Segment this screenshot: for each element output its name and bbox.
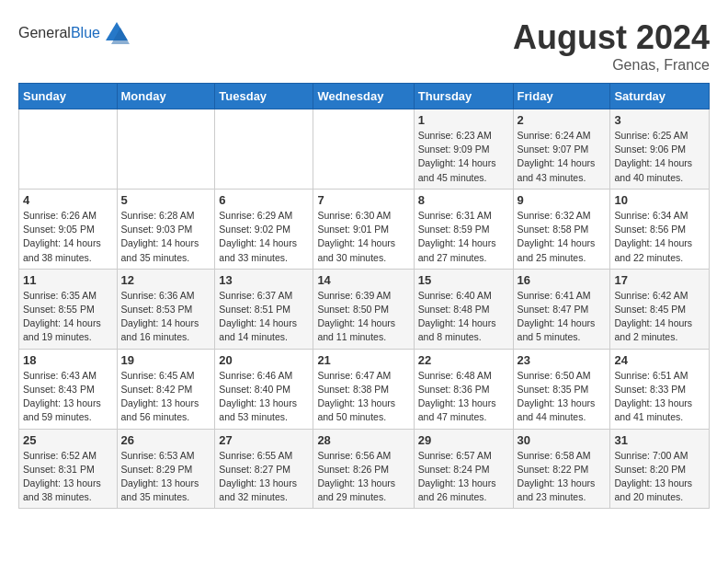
day-number: 1 bbox=[418, 113, 509, 127]
weekday-header-tuesday: Tuesday bbox=[215, 84, 313, 109]
day-number: 4 bbox=[23, 193, 113, 207]
day-number: 26 bbox=[121, 433, 211, 447]
day-info: Sunrise: 6:29 AM Sunset: 9:02 PM Dayligh… bbox=[219, 209, 309, 265]
day-info: Sunrise: 6:43 AM Sunset: 8:43 PM Dayligh… bbox=[23, 369, 113, 425]
day-info: Sunrise: 6:50 AM Sunset: 8:35 PM Dayligh… bbox=[518, 369, 607, 425]
day-number: 27 bbox=[219, 433, 309, 447]
calendar-cell: 2Sunrise: 6:24 AM Sunset: 9:07 PM Daylig… bbox=[513, 109, 610, 190]
day-info: Sunrise: 6:42 AM Sunset: 8:45 PM Dayligh… bbox=[614, 289, 705, 345]
day-info: Sunrise: 6:25 AM Sunset: 9:06 PM Dayligh… bbox=[614, 129, 705, 185]
day-info: Sunrise: 6:40 AM Sunset: 8:48 PM Dayligh… bbox=[418, 289, 509, 345]
day-number: 30 bbox=[518, 433, 607, 447]
location: Genas, France bbox=[513, 57, 710, 74]
calendar-table: SundayMondayTuesdayWednesdayThursdayFrid… bbox=[18, 83, 710, 509]
calendar-cell: 16Sunrise: 6:41 AM Sunset: 8:47 PM Dayli… bbox=[513, 269, 610, 349]
logo-icon bbox=[102, 18, 131, 48]
day-number: 3 bbox=[614, 113, 705, 127]
day-number: 17 bbox=[614, 273, 705, 287]
weekday-header-wednesday: Wednesday bbox=[313, 84, 414, 109]
calendar-cell: 8Sunrise: 6:31 AM Sunset: 8:59 PM Daylig… bbox=[414, 189, 513, 269]
day-info: Sunrise: 6:45 AM Sunset: 8:42 PM Dayligh… bbox=[121, 369, 211, 425]
day-number: 9 bbox=[518, 193, 607, 207]
calendar-cell: 20Sunrise: 6:46 AM Sunset: 8:40 PM Dayli… bbox=[215, 349, 313, 429]
logo: GeneralBlue bbox=[18, 18, 131, 48]
day-info: Sunrise: 6:36 AM Sunset: 8:53 PM Dayligh… bbox=[121, 289, 211, 345]
calendar-cell: 6Sunrise: 6:29 AM Sunset: 9:02 PM Daylig… bbox=[215, 189, 313, 269]
weekday-header-thursday: Thursday bbox=[414, 84, 513, 109]
calendar-cell: 10Sunrise: 6:34 AM Sunset: 8:56 PM Dayli… bbox=[610, 189, 710, 269]
day-info: Sunrise: 6:26 AM Sunset: 9:05 PM Dayligh… bbox=[23, 209, 113, 265]
day-info: Sunrise: 6:55 AM Sunset: 8:27 PM Dayligh… bbox=[219, 449, 309, 505]
weekday-header-row: SundayMondayTuesdayWednesdayThursdayFrid… bbox=[19, 84, 710, 109]
calendar-cell: 21Sunrise: 6:47 AM Sunset: 8:38 PM Dayli… bbox=[313, 349, 414, 429]
day-number: 28 bbox=[317, 433, 409, 447]
day-number: 10 bbox=[614, 193, 705, 207]
day-info: Sunrise: 6:37 AM Sunset: 8:51 PM Dayligh… bbox=[219, 289, 309, 345]
calendar-cell: 1Sunrise: 6:23 AM Sunset: 9:09 PM Daylig… bbox=[414, 109, 513, 190]
day-number: 2 bbox=[518, 113, 607, 127]
day-number: 20 bbox=[219, 353, 309, 367]
calendar-cell: 3Sunrise: 6:25 AM Sunset: 9:06 PM Daylig… bbox=[610, 109, 710, 190]
day-info: Sunrise: 6:53 AM Sunset: 8:29 PM Dayligh… bbox=[121, 449, 211, 505]
day-info: Sunrise: 6:58 AM Sunset: 8:22 PM Dayligh… bbox=[518, 449, 607, 505]
day-info: Sunrise: 6:48 AM Sunset: 8:36 PM Dayligh… bbox=[418, 369, 509, 425]
week-row-4: 25Sunrise: 6:52 AM Sunset: 8:31 PM Dayli… bbox=[19, 429, 710, 509]
calendar-cell: 19Sunrise: 6:45 AM Sunset: 8:42 PM Dayli… bbox=[117, 349, 215, 429]
day-info: Sunrise: 6:51 AM Sunset: 8:33 PM Dayligh… bbox=[614, 369, 705, 425]
calendar-cell bbox=[117, 109, 215, 190]
day-number: 15 bbox=[418, 273, 509, 287]
logo-general-text: General bbox=[18, 25, 71, 40]
day-number: 7 bbox=[317, 193, 409, 207]
week-row-0: 1Sunrise: 6:23 AM Sunset: 9:09 PM Daylig… bbox=[19, 109, 710, 190]
day-number: 23 bbox=[518, 353, 607, 367]
calendar-cell: 14Sunrise: 6:39 AM Sunset: 8:50 PM Dayli… bbox=[313, 269, 414, 349]
calendar-cell: 23Sunrise: 6:50 AM Sunset: 8:35 PM Dayli… bbox=[513, 349, 610, 429]
calendar-cell: 5Sunrise: 6:28 AM Sunset: 9:03 PM Daylig… bbox=[117, 189, 215, 269]
calendar-cell bbox=[215, 109, 313, 190]
day-info: Sunrise: 6:46 AM Sunset: 8:40 PM Dayligh… bbox=[219, 369, 309, 425]
day-info: Sunrise: 6:35 AM Sunset: 8:55 PM Dayligh… bbox=[23, 289, 113, 345]
day-info: Sunrise: 6:39 AM Sunset: 8:50 PM Dayligh… bbox=[317, 289, 409, 345]
day-info: Sunrise: 6:24 AM Sunset: 9:07 PM Dayligh… bbox=[518, 129, 607, 185]
day-info: Sunrise: 6:34 AM Sunset: 8:56 PM Dayligh… bbox=[614, 209, 705, 265]
day-number: 29 bbox=[418, 433, 509, 447]
calendar-cell: 24Sunrise: 6:51 AM Sunset: 8:33 PM Dayli… bbox=[610, 349, 710, 429]
day-number: 13 bbox=[219, 273, 309, 287]
day-number: 19 bbox=[121, 353, 211, 367]
calendar-cell: 4Sunrise: 6:26 AM Sunset: 9:05 PM Daylig… bbox=[19, 189, 118, 269]
calendar-cell: 11Sunrise: 6:35 AM Sunset: 8:55 PM Dayli… bbox=[19, 269, 118, 349]
day-number: 18 bbox=[23, 353, 113, 367]
day-number: 8 bbox=[418, 193, 509, 207]
calendar-cell: 7Sunrise: 6:30 AM Sunset: 9:01 PM Daylig… bbox=[313, 189, 414, 269]
day-info: Sunrise: 7:00 AM Sunset: 8:20 PM Dayligh… bbox=[614, 449, 705, 505]
calendar-cell: 12Sunrise: 6:36 AM Sunset: 8:53 PM Dayli… bbox=[117, 269, 215, 349]
day-number: 22 bbox=[418, 353, 509, 367]
calendar-cell bbox=[19, 109, 118, 190]
calendar-cell: 27Sunrise: 6:55 AM Sunset: 8:27 PM Dayli… bbox=[215, 429, 313, 509]
calendar-cell: 17Sunrise: 6:42 AM Sunset: 8:45 PM Dayli… bbox=[610, 269, 710, 349]
day-info: Sunrise: 6:41 AM Sunset: 8:47 PM Dayligh… bbox=[518, 289, 607, 345]
page-header: GeneralBlue August 2024 Genas, France bbox=[18, 18, 710, 74]
day-info: Sunrise: 6:30 AM Sunset: 9:01 PM Dayligh… bbox=[317, 209, 409, 265]
calendar-cell: 15Sunrise: 6:40 AM Sunset: 8:48 PM Dayli… bbox=[414, 269, 513, 349]
calendar-cell: 18Sunrise: 6:43 AM Sunset: 8:43 PM Dayli… bbox=[19, 349, 118, 429]
day-number: 16 bbox=[518, 273, 607, 287]
day-number: 24 bbox=[614, 353, 705, 367]
calendar-cell: 31Sunrise: 7:00 AM Sunset: 8:20 PM Dayli… bbox=[610, 429, 710, 509]
day-info: Sunrise: 6:47 AM Sunset: 8:38 PM Dayligh… bbox=[317, 369, 409, 425]
title-block: August 2024 Genas, France bbox=[513, 18, 710, 74]
logo-blue-text: Blue bbox=[71, 25, 100, 40]
calendar-cell: 30Sunrise: 6:58 AM Sunset: 8:22 PM Dayli… bbox=[513, 429, 610, 509]
calendar-cell: 9Sunrise: 6:32 AM Sunset: 8:58 PM Daylig… bbox=[513, 189, 610, 269]
weekday-header-sunday: Sunday bbox=[19, 84, 118, 109]
weekday-header-saturday: Saturday bbox=[610, 84, 710, 109]
calendar-cell: 25Sunrise: 6:52 AM Sunset: 8:31 PM Dayli… bbox=[19, 429, 118, 509]
day-info: Sunrise: 6:28 AM Sunset: 9:03 PM Dayligh… bbox=[121, 209, 211, 265]
calendar-cell: 29Sunrise: 6:57 AM Sunset: 8:24 PM Dayli… bbox=[414, 429, 513, 509]
day-number: 12 bbox=[121, 273, 211, 287]
week-row-2: 11Sunrise: 6:35 AM Sunset: 8:55 PM Dayli… bbox=[19, 269, 710, 349]
day-info: Sunrise: 6:52 AM Sunset: 8:31 PM Dayligh… bbox=[23, 449, 113, 505]
week-row-3: 18Sunrise: 6:43 AM Sunset: 8:43 PM Dayli… bbox=[19, 349, 710, 429]
day-number: 31 bbox=[614, 433, 705, 447]
day-info: Sunrise: 6:57 AM Sunset: 8:24 PM Dayligh… bbox=[418, 449, 509, 505]
